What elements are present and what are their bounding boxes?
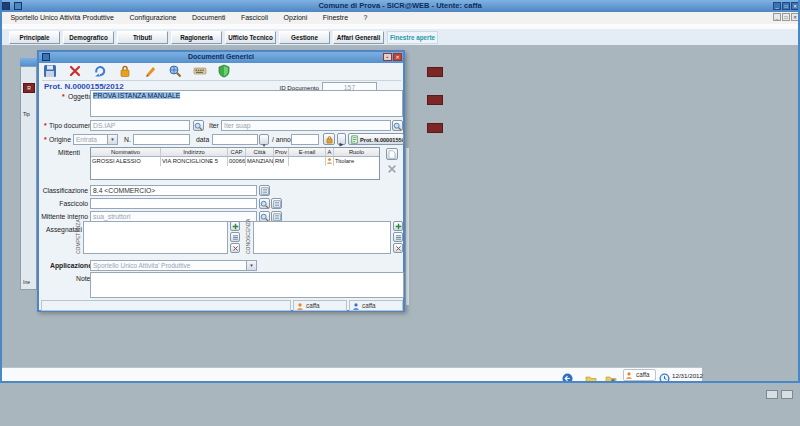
- tipo-documento-field[interactable]: DS.IAP: [90, 120, 190, 131]
- mittenti-table[interactable]: Nominativo Indirizzo CAP Città Prov E-ma…: [90, 147, 380, 180]
- fascicolo-search-icon[interactable]: [259, 198, 270, 209]
- protocol-button[interactable]: Prot. N.0000155/2012: [348, 133, 404, 145]
- minimized-window-icon[interactable]: [766, 390, 778, 399]
- lock-icon[interactable]: [118, 64, 132, 78]
- conoscenza-add-icon[interactable]: [393, 221, 403, 231]
- mittenti-label: Mittenti: [58, 149, 80, 156]
- table-row[interactable]: GROSSI ALESSIO VIA RONCIGLIONE 5 00066 M…: [91, 157, 379, 166]
- oggetto-label: Oggetto: [68, 93, 92, 100]
- classificazione-field[interactable]: 8.4 <COMMERCIO>: [90, 185, 257, 196]
- menu-help[interactable]: ?: [364, 14, 368, 21]
- col-cap[interactable]: CAP: [228, 148, 246, 157]
- cell-ruolo: Titolare: [334, 157, 379, 166]
- applicazione-value: Sportello Unico Attivita' Produttive: [93, 262, 190, 269]
- frame-restore-icon[interactable]: □: [782, 13, 790, 21]
- remove-mittente-icon[interactable]: [386, 162, 398, 174]
- iter-search-icon[interactable]: [392, 120, 403, 131]
- menu-opzioni[interactable]: Opzioni: [284, 14, 308, 21]
- fascicolo-field[interactable]: [90, 198, 257, 209]
- conoscenza-label: CONOSCENZA: [245, 221, 251, 254]
- status-user-modified-name: caffa: [362, 302, 376, 309]
- numero-field[interactable]: [133, 134, 190, 145]
- background-label-fragment-2: Ine: [23, 279, 30, 285]
- classificazione-label: Classificazione: [40, 187, 88, 194]
- iter-label: Iter: [209, 122, 219, 129]
- tab-principale[interactable]: Principale: [9, 31, 60, 44]
- protocol-next-icon[interactable]: ▶: [337, 133, 346, 145]
- data-label: data: [196, 136, 209, 143]
- tipo-documento-search-icon[interactable]: [193, 120, 204, 131]
- tab-gestione[interactable]: Gestione: [279, 31, 330, 44]
- col-email[interactable]: E-mail: [289, 148, 326, 157]
- save-icon[interactable]: [43, 64, 57, 78]
- sign-pen-icon[interactable]: [143, 64, 157, 78]
- dialog-title: Documenti Generici: [39, 53, 403, 60]
- background-button-fragment[interactable]: [427, 67, 443, 77]
- tab-demografico[interactable]: Demografico: [63, 31, 114, 44]
- data-field[interactable]: [212, 134, 258, 145]
- conoscenza-listbox[interactable]: [253, 221, 391, 254]
- maximize-icon[interactable]: □: [782, 2, 790, 10]
- conoscenza-list-icon[interactable]: [393, 232, 403, 242]
- tab-finestre-aperte[interactable]: Finestre aperte: [387, 31, 438, 44]
- minimized-window-icon-2[interactable]: [781, 390, 793, 399]
- menu-finestre[interactable]: Finestre: [323, 14, 348, 21]
- documenti-generici-dialog: Documenti Generici ▪ ✕ Prot. N.0000155/2…: [37, 50, 405, 312]
- tab-affari-generali[interactable]: Affari Generali: [333, 31, 384, 44]
- dialog-titlebar[interactable]: Documenti Generici ▪ ✕: [39, 52, 403, 63]
- anno-field[interactable]: [291, 134, 319, 145]
- competenza-list-icon[interactable]: [230, 232, 240, 242]
- col-allegato[interactable]: A: [326, 148, 334, 157]
- note-label: Note: [76, 275, 90, 282]
- col-citta[interactable]: Città: [246, 148, 274, 157]
- cell-prov: RM: [274, 157, 289, 166]
- protocol-button-label: Prot. N.0000155/2012: [360, 137, 404, 143]
- shield-icon[interactable]: [217, 64, 231, 78]
- minimize-icon[interactable]: _: [773, 2, 781, 10]
- col-ruolo[interactable]: Ruolo: [334, 148, 379, 157]
- conoscenza-remove-icon[interactable]: [393, 243, 403, 253]
- competenza-remove-icon[interactable]: [230, 243, 240, 253]
- status-user-modified: caffa: [349, 300, 403, 311]
- tab-ragioneria[interactable]: Ragioneria: [171, 31, 222, 44]
- classificazione-tree-icon[interactable]: [259, 185, 270, 196]
- oggetto-textarea[interactable]: PROVA ISTANZA MANUALE: [90, 90, 403, 117]
- cell-citta: MANZIANA: [246, 157, 274, 166]
- origine-select[interactable]: Entrata▼: [73, 134, 118, 145]
- tab-tributi[interactable]: Tributi: [117, 31, 168, 44]
- competenza-add-icon[interactable]: [230, 221, 240, 231]
- note-textarea[interactable]: [90, 272, 404, 298]
- background-button-fragment[interactable]: [427, 95, 443, 105]
- competenza-listbox[interactable]: [83, 221, 228, 254]
- menu-configurazione[interactable]: Configurazione: [129, 14, 176, 21]
- dialog-close-icon[interactable]: ✕: [393, 53, 402, 61]
- refresh-icon[interactable]: [93, 64, 107, 78]
- window-border-left: [0, 0, 2, 383]
- background-window-titlebar: [20, 58, 37, 66]
- col-indirizzo[interactable]: Indirizzo: [161, 148, 228, 157]
- screen: Comune di Prova - SICR@WEB - Utente: caf…: [0, 0, 800, 426]
- background-tab-fragment[interactable]: R: [23, 83, 35, 93]
- keyboard-icon[interactable]: [193, 64, 207, 78]
- menu-documenti[interactable]: Documenti: [192, 14, 225, 21]
- protocol-lock-icon[interactable]: [323, 133, 335, 145]
- globe-search-icon[interactable]: [168, 64, 182, 78]
- delete-icon[interactable]: [68, 64, 82, 78]
- user-badge[interactable]: caffa: [623, 369, 656, 381]
- background-button-fragment[interactable]: [427, 123, 443, 133]
- data-calendar-icon[interactable]: ▼: [259, 134, 269, 145]
- add-mittente-icon[interactable]: [386, 148, 398, 160]
- dialog-minimize-icon[interactable]: ▪: [383, 53, 392, 61]
- fascicolo-tree-icon[interactable]: [271, 198, 282, 209]
- origine-label: Origine: [49, 136, 71, 143]
- col-nominativo[interactable]: Nominativo: [91, 148, 161, 157]
- menu-fascicoli[interactable]: Fascicoli: [241, 14, 268, 21]
- tab-ufficio-tecnico[interactable]: Ufficio Tecnico: [225, 31, 276, 44]
- toolbar-separator: [42, 80, 401, 81]
- numero-label: N.: [124, 136, 131, 143]
- col-prov[interactable]: Prov: [274, 148, 289, 157]
- frame-minimize-icon[interactable]: _: [773, 13, 781, 21]
- oggetto-selected-text: PROVA ISTANZA MANUALE: [93, 92, 180, 99]
- window-title: Comune di Prova - SICR@WEB - Utente: caf…: [0, 1, 800, 10]
- menu-sportello-unico[interactable]: Sportello Unico Attività Produttive: [10, 14, 114, 21]
